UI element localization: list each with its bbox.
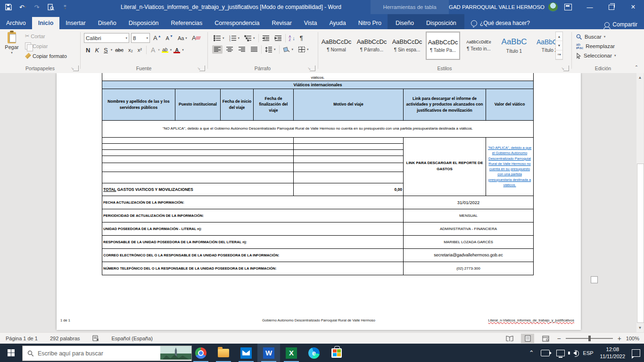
- info-label-responsable[interactable]: RESPONSABLE DE LA UNIDAD POSEEDORA DE LA…: [102, 235, 404, 248]
- bullets-button[interactable]: ▾: [212, 34, 226, 42]
- font-dialog-launcher[interactable]: [199, 66, 205, 71]
- borders-button[interactable]: ▾: [297, 45, 310, 54]
- taskbar-store[interactable]: [325, 344, 348, 362]
- tell-me-box[interactable]: ¿Qué desea hacer?: [464, 17, 537, 29]
- info-value-periodicidad[interactable]: MENSUAL: [404, 209, 534, 222]
- section-title-cell[interactable]: Viáticos internacionales: [102, 81, 534, 89]
- highlight-button[interactable]: ab: [161, 47, 169, 53]
- tab-diseno[interactable]: Diseño: [92, 17, 123, 29]
- ribbon-display-options-button[interactable]: [557, 0, 579, 14]
- empty-cell[interactable]: [294, 163, 404, 172]
- minimize-button[interactable]: —: [579, 0, 601, 14]
- start-button[interactable]: [0, 344, 22, 362]
- zoom-out-button[interactable]: −: [557, 335, 561, 342]
- undo-button[interactable]: ↶▾: [18, 2, 27, 12]
- tab-correspondencia[interactable]: Correspondencia: [208, 17, 265, 29]
- document-page[interactable]: viáticos. Viáticos internacionales Nombr…: [57, 73, 581, 330]
- col-header-puesto[interactable]: Puesto institucional: [175, 89, 221, 120]
- tab-revisar[interactable]: Revisar: [265, 17, 297, 29]
- empty-cell[interactable]: [102, 149, 294, 156]
- taskbar-search-box[interactable]: Escribe aquí para buscar: [22, 346, 192, 361]
- empty-cell[interactable]: [102, 172, 294, 183]
- empty-cell[interactable]: [102, 143, 294, 149]
- account-area[interactable]: GAD PARROQUIAL VALLE HERMOSO: [449, 0, 558, 14]
- col-header-motivo[interactable]: Motivo del viaje: [294, 89, 404, 120]
- tab-disposicion[interactable]: Disposición: [123, 17, 165, 29]
- info-value-correo[interactable]: secretaria@gadvallehermoso.gob.ec: [404, 248, 534, 262]
- zoom-slider-thumb[interactable]: [588, 336, 591, 341]
- empty-cell[interactable]: [294, 149, 404, 156]
- account-avatar[interactable]: [548, 2, 558, 12]
- tab-referencias[interactable]: Referencias: [165, 17, 209, 29]
- info-value-responsable[interactable]: MARIBEL LOZADA GARCÉS: [404, 235, 534, 248]
- tab-inicio[interactable]: Inicio: [32, 17, 60, 29]
- underline-dropdown-icon[interactable]: ▾: [111, 48, 113, 52]
- decrease-indent-button[interactable]: [261, 34, 271, 42]
- shading-button[interactable]: ▾: [281, 45, 295, 54]
- network-icon[interactable]: [556, 350, 565, 356]
- info-label-unidad[interactable]: UNIDAD POSEEDORA DE LA INFORMACIÓN - LIT…: [102, 222, 404, 235]
- shrink-font-button[interactable]: A▼: [165, 34, 174, 42]
- tab-insertar[interactable]: Insertar: [59, 17, 91, 29]
- no-aplica-notice-cell[interactable]: "NO APLICA'', debido a que el Gobierno A…: [102, 120, 534, 137]
- total-value-cell[interactable]: 0,00: [294, 183, 404, 196]
- strikethrough-button[interactable]: abc: [113, 47, 125, 53]
- read-mode-button[interactable]: [503, 334, 516, 343]
- redo-button[interactable]: ↷: [32, 2, 41, 12]
- zoom-percentage[interactable]: 100%: [626, 336, 639, 341]
- align-right-button[interactable]: [237, 45, 247, 54]
- collapse-ribbon-button[interactable]: ⌃: [632, 65, 641, 71]
- taskbar-edge[interactable]: e: [303, 344, 325, 362]
- font-size-combobox[interactable]: 8▾: [131, 33, 150, 43]
- tab-table-diseno[interactable]: Diseño: [389, 17, 420, 29]
- paste-button[interactable]: Pegar ▾: [0, 29, 24, 60]
- multilevel-list-button[interactable]: ▾: [243, 34, 256, 42]
- underline-button[interactable]: S: [102, 46, 110, 54]
- vertical-scrollbar[interactable]: ▲ ▼: [636, 73, 644, 332]
- text-effects-button[interactable]: A: [149, 46, 157, 54]
- undo-dropdown-icon[interactable]: ▾: [25, 5, 26, 9]
- grow-font-button[interactable]: A▲: [152, 33, 163, 42]
- taskbar-chrome[interactable]: [190, 344, 212, 362]
- empty-cell[interactable]: [102, 156, 294, 163]
- tab-table-disposicion[interactable]: Disposición: [420, 17, 462, 29]
- word-count-status[interactable]: 292 palabras: [50, 336, 80, 341]
- link-reporte-gastos-cell[interactable]: LINK PARA DESCARGAR EL REPORTE DE GASTOS: [404, 137, 486, 196]
- cut-button[interactable]: ✂Cortar: [24, 32, 68, 40]
- info-value-fecha[interactable]: 31/01/2022: [404, 196, 534, 209]
- taskbar-file-explorer[interactable]: [212, 344, 235, 362]
- superscript-button[interactable]: x²: [136, 47, 144, 53]
- clear-formatting-button[interactable]: A: [190, 33, 202, 42]
- align-center-button[interactable]: [224, 45, 235, 54]
- page-count-status[interactable]: Página 1 de 1: [6, 336, 38, 341]
- styles-scroll-up-button[interactable]: ▲: [556, 32, 562, 41]
- table-resize-handle[interactable]: [591, 276, 598, 283]
- info-label-correo[interactable]: CORREO ELECTRÓNICO DEL O LA RESPONSABLE …: [102, 248, 404, 262]
- action-center-icon[interactable]: [632, 349, 640, 357]
- taskbar-excel[interactable]: X: [280, 344, 303, 362]
- share-button[interactable]: Compartir: [604, 21, 637, 28]
- show-marks-button[interactable]: ¶: [298, 33, 305, 42]
- bold-button[interactable]: N: [84, 46, 92, 54]
- tab-ayuda[interactable]: Ayuda: [323, 17, 352, 29]
- info-value-telefono[interactable]: (02) 2773-300: [404, 262, 534, 275]
- empty-cell[interactable]: [294, 137, 404, 143]
- italic-button[interactable]: K: [93, 46, 101, 54]
- save-button[interactable]: [4, 2, 13, 12]
- tray-expand-icon[interactable]: ⌃: [529, 349, 534, 356]
- empty-cell[interactable]: [294, 143, 404, 149]
- taskbar-mail[interactable]: [235, 344, 257, 362]
- format-painter-button[interactable]: Copiar formato: [24, 52, 68, 60]
- zoom-in-button[interactable]: +: [618, 335, 621, 342]
- empty-cell[interactable]: [294, 156, 404, 163]
- speaker-icon[interactable]: [573, 351, 577, 355]
- info-label-fecha[interactable]: FECHA ACTUALIZACIÓN DE LA INFORMACIÓN:: [102, 196, 404, 209]
- col-header-valor[interactable]: Valor del viático: [486, 89, 534, 120]
- empty-cell[interactable]: [102, 163, 294, 172]
- scrollbar-thumb[interactable]: [637, 164, 644, 323]
- col-header-nombres[interactable]: Nombres y apellidos de las y los servido…: [102, 89, 175, 120]
- sort-button[interactable]: AZ ↓: [288, 34, 297, 42]
- print-preview-button[interactable]: [46, 2, 56, 12]
- style-parrafo[interactable]: AaBbCcDc¶ Párrafo...: [355, 32, 388, 59]
- select-button[interactable]: Seleccionar▾: [572, 51, 634, 60]
